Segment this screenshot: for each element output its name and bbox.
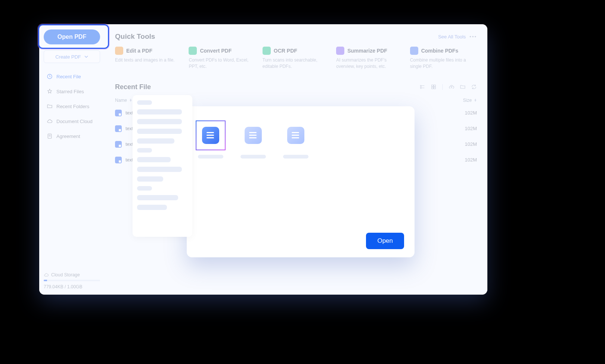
more-icon[interactable]: ••• (469, 34, 477, 40)
sidebar-item-label: Starred Files (56, 89, 84, 94)
sidebar-item-document-cloud[interactable]: Document Cloud (44, 114, 100, 128)
tool-description: Edit texts and images in a file. (115, 57, 182, 63)
refresh-icon[interactable] (471, 84, 477, 90)
file-icon (115, 157, 122, 163)
file-icon (115, 110, 122, 116)
tool-title: Edit a PDF (126, 48, 152, 54)
see-all-tools-link[interactable]: See All Tools (438, 34, 466, 40)
sidebar: Open PDF Create PDF Recent File Starred … (39, 24, 105, 295)
chevron-down-icon (84, 54, 89, 59)
quick-tools-title: Quick Tools (115, 32, 155, 41)
cloud-storage-label: Cloud Storage (51, 272, 80, 277)
file-size: 102M (465, 157, 477, 163)
file-name-placeholder (283, 155, 308, 159)
storage-usage-text: 779.04KB / 1.00GB (44, 284, 100, 289)
tool-icon (189, 47, 197, 55)
sidebar-item-label: Document Cloud (56, 119, 93, 124)
sidebar-item-label: Recent Folders (56, 104, 89, 109)
tool-title: Summarize PDF (347, 48, 387, 54)
sidebar-item-label: Agreement (56, 134, 80, 139)
quick-tool-card[interactable]: Edit a PDFEdit texts and images in a fil… (115, 47, 182, 70)
grid-view-icon[interactable] (431, 84, 437, 90)
tool-description: Combine multiple files into a single PDF… (410, 57, 477, 70)
tool-title: Convert PDF (200, 48, 232, 54)
folder-icon (47, 103, 53, 109)
quick-tool-card[interactable]: Convert PDFConvert PDFs to Word, Excel, … (189, 47, 255, 70)
star-icon (47, 88, 53, 94)
file-icon (115, 141, 122, 148)
quick-tool-card[interactable]: Combine PDFsCombine multiple files into … (410, 47, 477, 70)
cloud-icon (44, 272, 49, 277)
tool-icon (336, 47, 344, 55)
create-pdf-label: Create PDF (55, 54, 81, 60)
upload-cloud-icon[interactable] (449, 84, 454, 90)
column-name-header[interactable]: Name (115, 98, 127, 103)
tool-title: OCR PDF (274, 48, 297, 54)
file-size: 102M (465, 141, 477, 147)
file-icon (202, 127, 219, 144)
list-view-icon[interactable] (419, 84, 425, 90)
dialog-open-button[interactable]: Open (366, 233, 404, 249)
sidebar-item-label: Recent File (56, 74, 81, 79)
cloud-storage-widget: Cloud Storage 779.04KB / 1.00GB (44, 272, 100, 289)
file-icon (245, 127, 262, 144)
open-pdf-button[interactable]: Open PDF (44, 29, 100, 44)
file-name-placeholder (241, 155, 266, 159)
open-file-dialog: Open (187, 106, 415, 257)
tool-description: Convert PDFs to Word, Excel, PPT, etc. (189, 57, 255, 70)
sidebar-item-recent-file[interactable]: Recent File (44, 70, 100, 83)
recent-file-title: Recent File (115, 83, 151, 91)
sidebar-item-recent-folders[interactable]: Recent Folders (44, 100, 100, 113)
quick-tool-card[interactable]: Summarize PDFAI summarizes the PDF's ove… (336, 47, 403, 70)
file-name-placeholder (198, 155, 223, 159)
dialog-sidebar (133, 95, 192, 237)
file-thumbnail[interactable] (281, 120, 311, 159)
sort-icon[interactable]: ▲▼ (474, 99, 477, 102)
quick-tool-card[interactable]: OCR PDFTurn scans into searchable, edita… (263, 47, 329, 70)
clock-icon (47, 73, 53, 79)
tool-title: Combine PDFs (421, 48, 459, 54)
tool-icon (263, 47, 271, 55)
sidebar-item-agreement[interactable]: Agreement (44, 129, 100, 143)
sidebar-item-starred-files[interactable]: Starred Files (44, 85, 100, 98)
file-thumbnail[interactable] (238, 120, 268, 159)
file-size: 102M (465, 110, 477, 116)
file-thumbnail[interactable] (196, 120, 226, 159)
sort-icon[interactable]: ▲▼ (129, 99, 132, 102)
column-size-header[interactable]: Size (463, 98, 472, 103)
tool-icon (115, 47, 123, 55)
file-icon (115, 125, 122, 132)
file-size: 102M (465, 126, 477, 131)
sidebar-nav: Recent File Starred Files Recent Folders… (44, 70, 100, 143)
file-icon (287, 127, 304, 144)
tool-description: Turn scans into searchable, editable PDF… (263, 57, 329, 70)
storage-progress-bar (44, 280, 100, 281)
open-folder-icon[interactable] (460, 84, 466, 90)
document-icon (47, 133, 53, 139)
create-pdf-button[interactable]: Create PDF (44, 50, 100, 63)
cloud-icon (47, 118, 53, 124)
tool-icon (410, 47, 418, 55)
tool-description: AI summarizes the PDF's overview, key po… (336, 57, 403, 70)
dialog-file-thumbnails (196, 120, 406, 159)
